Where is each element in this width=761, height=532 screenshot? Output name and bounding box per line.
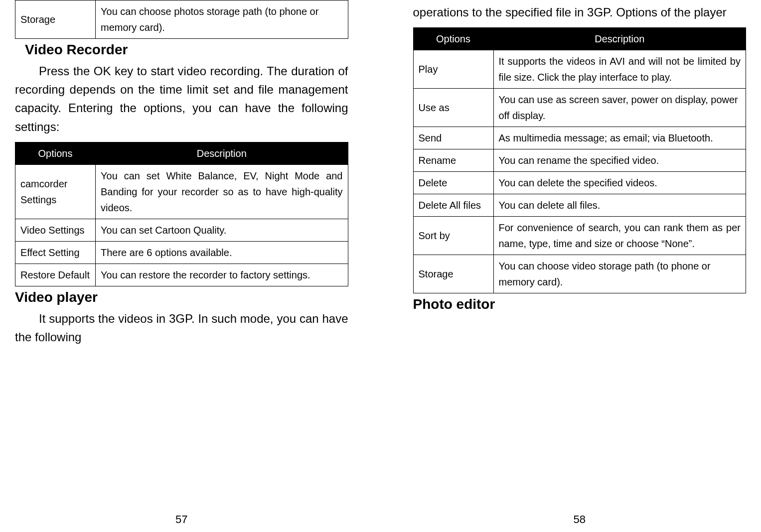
player-options-table: Options Description Play It supports the… [413,27,747,293]
option-cell: Rename [413,149,493,172]
table-row: Send As multimedia message; as email; vi… [413,127,746,149]
storage-table: Storage You can choose photos storage pa… [15,0,348,39]
description-cell: As multimedia message; as email; via Blu… [493,127,746,149]
description-cell: You can choose video storage path (to ph… [493,255,746,293]
table-row: Effect Setting There are 6 options avail… [15,241,348,264]
table-row: Delete You can delete the specified vide… [413,172,746,194]
table-row: Delete All files You can delete all file… [413,194,746,217]
page-spread: Storage You can choose photos storage pa… [0,0,761,532]
description-cell: You can delete the specified videos. [493,172,746,194]
page-right: operations to the specified file in 3GP.… [381,0,761,532]
option-cell: Delete [413,172,493,194]
col-header-options: Options [413,28,493,50]
table-row: Storage You can choose photos storage pa… [15,0,348,39]
paragraph-video-player: It supports the videos in 3GP. In such m… [15,309,348,346]
option-cell: camcorder Settings [15,164,96,219]
left-content: Storage You can choose photos storage pa… [15,0,348,510]
option-cell: Delete All files [413,194,493,217]
option-cell: Storage [413,255,493,293]
col-header-description: Description [96,142,348,164]
table-row: Sort by For convenience of search, you c… [413,217,746,255]
option-cell: Video Settings [15,219,96,241]
table-row: Restore Default You can restore the reco… [15,264,348,286]
paragraph-continuation: operations to the specified file in 3GP.… [413,3,747,21]
option-cell: Restore Default [15,264,96,286]
recorder-options-table: Options Description camcorder Settings Y… [15,142,348,286]
description-cell: You can use as screen saver, power on di… [493,89,746,127]
section-heading-video-recorder: Video Recorder [25,42,348,58]
description-cell: For convenience of search, you can rank … [493,217,746,255]
option-cell: Send [413,127,493,149]
table-header-row: Options Description [15,142,348,164]
description-cell: You can choose photos storage path (to p… [96,0,348,39]
section-heading-video-player: Video player [15,289,348,305]
option-cell: Effect Setting [15,241,96,264]
description-cell: You can set Cartoon Quality. [96,219,348,241]
description-cell: You can delete all files. [493,194,746,217]
option-cell: Play [413,50,493,89]
section-heading-photo-editor: Photo editor [413,296,747,312]
option-cell: Sort by [413,217,493,255]
page-left: Storage You can choose photos storage pa… [0,0,381,532]
col-header-description: Description [493,28,746,50]
table-row: Video Settings You can set Cartoon Quali… [15,219,348,241]
table-row: Storage You can choose video storage pat… [413,255,746,293]
table-row: camcorder Settings You can set White Bal… [15,164,348,219]
table-row: Rename You can rename the specified vide… [413,149,746,172]
description-cell: You can restore the recorder to factory … [96,264,348,286]
col-header-options: Options [15,142,96,164]
description-cell: There are 6 options available. [96,241,348,264]
table-row: Use as You can use as screen saver, powe… [413,89,746,127]
option-cell: Use as [413,89,493,127]
table-row: Play It supports the videos in AVI and w… [413,50,746,89]
paragraph-video-recorder: Press the OK key to start video recordin… [15,62,348,136]
description-cell: You can set White Balance, EV, Night Mod… [96,164,348,219]
description-cell: You can rename the specified video. [493,149,746,172]
description-cell: It supports the videos in AVI and will n… [493,50,746,89]
page-number: 58 [413,510,747,527]
page-number: 57 [15,510,348,527]
right-content: operations to the specified file in 3GP.… [413,0,747,510]
option-cell: Storage [15,0,96,39]
table-header-row: Options Description [413,28,746,50]
